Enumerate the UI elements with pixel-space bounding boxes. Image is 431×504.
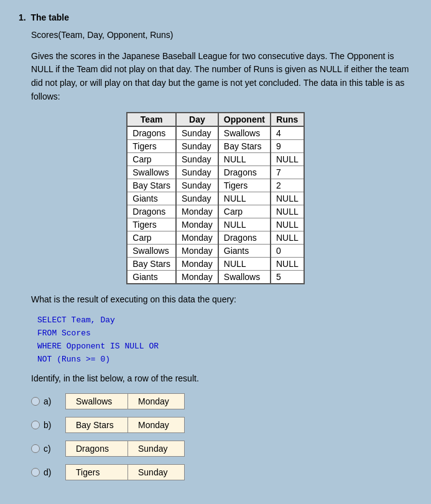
- option-row-d: d)TigersSunday: [31, 464, 412, 480]
- table-cell: Sunday: [176, 192, 218, 205]
- code-line: WHERE Opponent IS NULL OR: [37, 340, 412, 353]
- table-cell: NULL: [271, 153, 304, 166]
- table-cell: NULL: [218, 258, 271, 271]
- answer-box: TigersSunday: [65, 464, 185, 480]
- table-cell: Carp: [127, 231, 176, 245]
- table-row: Bay StarsSundayTigers2: [127, 179, 304, 192]
- answer-day: Monday: [128, 394, 184, 409]
- table-cell: Sunday: [176, 140, 218, 153]
- col-runs: Runs: [271, 113, 304, 126]
- table-cell: NULL: [271, 205, 304, 218]
- table-cell: Bay Stars: [127, 179, 176, 192]
- table-cell: Tigers: [127, 218, 176, 231]
- col-day: Day: [176, 113, 218, 126]
- table-header-row: Team Day Opponent Runs: [127, 113, 304, 126]
- answer-box: DragonsSunday: [65, 441, 185, 457]
- table-cell: Swallows: [127, 166, 176, 179]
- table-cell: Sunday: [176, 166, 218, 179]
- answer-team: Bay Stars: [66, 418, 128, 432]
- table-cell: NULL: [271, 218, 304, 231]
- table-cell: Giants: [127, 271, 176, 284]
- table-cell: Tigers: [218, 179, 271, 192]
- col-team: Team: [127, 113, 176, 126]
- table-cell: NULL: [218, 192, 271, 205]
- table-cell: Bay Stars: [127, 258, 176, 271]
- table-row: GiantsMondaySwallows5: [127, 271, 304, 284]
- table-cell: Sunday: [176, 179, 218, 192]
- code-line: NOT (Runs >= 0): [37, 353, 412, 366]
- table-cell: 7: [271, 166, 304, 179]
- table-cell: 9: [271, 140, 304, 153]
- table-cell: Swallows: [127, 245, 176, 258]
- table-row: DragonsMondayCarpNULL: [127, 205, 304, 218]
- table-cell: Monday: [176, 271, 218, 284]
- code-line: SELECT Team, Day: [37, 314, 412, 327]
- option-label-text: c): [44, 444, 51, 454]
- table-cell: 2: [271, 179, 304, 192]
- option-label-text: b): [44, 420, 51, 430]
- table-row: CarpMondayDragonsNULL: [127, 231, 304, 245]
- table-cell: Giants: [218, 245, 271, 258]
- table-cell: Sunday: [176, 153, 218, 166]
- answer-day: Monday: [128, 418, 184, 432]
- code-line: FROM Scores: [37, 327, 412, 340]
- table-row: GiantsSundayNULLNULL: [127, 192, 304, 205]
- table-row: SwallowsMondayGiants0: [127, 245, 304, 258]
- table-cell: NULL: [218, 153, 271, 166]
- table-row: TigersSundayBay Stars9: [127, 140, 304, 153]
- scores-table: Team Day Opponent Runs DragonsSundaySwal…: [126, 112, 304, 284]
- table-cell: Monday: [176, 245, 218, 258]
- answer-box: SwallowsMonday: [65, 393, 185, 409]
- question-number: 1. The table: [19, 12, 412, 22]
- question-container: 1. The table Scores(Team, Day, Opponent,…: [19, 12, 412, 480]
- table-cell: Monday: [176, 218, 218, 231]
- table-cell: Sunday: [176, 126, 218, 140]
- option-row-c: c)DragonsSunday: [31, 441, 412, 457]
- radio-d[interactable]: [31, 468, 40, 477]
- table-cell: Carp: [127, 153, 176, 166]
- identify-text: Identify, in the list below, a row of th…: [31, 372, 412, 386]
- option-label-text: d): [44, 467, 51, 477]
- table-cell: Monday: [176, 258, 218, 271]
- answer-team: Dragons: [66, 441, 128, 456]
- table-cell: Tigers: [127, 140, 176, 153]
- table-cell: NULL: [218, 218, 271, 231]
- table-cell: Monday: [176, 231, 218, 245]
- radio-c[interactable]: [31, 444, 40, 453]
- table-cell: Swallows: [218, 271, 271, 284]
- answer-team: Swallows: [66, 394, 128, 409]
- table-cell: NULL: [271, 192, 304, 205]
- table-cell: Swallows: [218, 126, 271, 140]
- table-cell: Dragons: [127, 126, 176, 140]
- answer-team: Tigers: [66, 465, 128, 480]
- option-label-text: a): [44, 396, 51, 406]
- table-cell: 5: [271, 271, 304, 284]
- table-row: CarpSundayNULLNULL: [127, 153, 304, 166]
- table-row: SwallowsSundayDragons7: [127, 166, 304, 179]
- radio-b[interactable]: [31, 421, 40, 429]
- table-cell: Dragons: [218, 166, 271, 179]
- scores-table-container: Team Day Opponent Runs DragonsSundaySwal…: [19, 112, 412, 284]
- table-cell: 4: [271, 126, 304, 140]
- table-row: TigersMondayNULLNULL: [127, 218, 304, 231]
- description: Gives the scores in the Japanese Basebal…: [31, 50, 412, 104]
- table-cell: Dragons: [127, 205, 176, 218]
- table-cell: Monday: [176, 205, 218, 218]
- options-area: a)SwallowsMondayb)Bay StarsMondayc)Drago…: [31, 393, 412, 480]
- table-cell: NULL: [271, 258, 304, 271]
- table-cell: Bay Stars: [218, 140, 271, 153]
- radio-a[interactable]: [31, 397, 40, 406]
- answer-box: Bay StarsMonday: [65, 417, 185, 433]
- table-name: Scores(Team, Day, Opponent, Runs): [31, 29, 412, 42]
- table-cell: NULL: [271, 231, 304, 245]
- table-row: DragonsSundaySwallows4: [127, 126, 304, 140]
- table-cell: 0: [271, 245, 304, 258]
- option-row-a: a)SwallowsMonday: [31, 393, 412, 409]
- table-cell: Carp: [218, 205, 271, 218]
- col-opponent: Opponent: [218, 113, 271, 126]
- table-row: Bay StarsMondayNULLNULL: [127, 258, 304, 271]
- answer-day: Sunday: [128, 465, 184, 480]
- answer-day: Sunday: [128, 441, 184, 456]
- query-code-block: SELECT Team, DayFROM ScoresWHERE Opponen…: [37, 314, 412, 366]
- query-intro: What is the result of executing on this …: [31, 293, 412, 307]
